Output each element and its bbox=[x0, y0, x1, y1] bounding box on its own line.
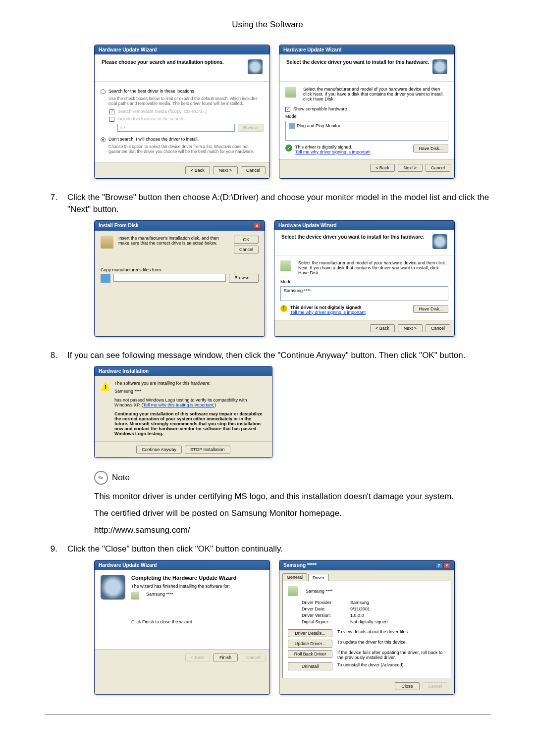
provider-label: Driver Provider: bbox=[302, 600, 346, 605]
completing-heading: Completing the Hardware Update Wizard bbox=[131, 575, 264, 581]
wizard-icon bbox=[248, 59, 263, 74]
step-text: Click the "Browse" button then choose A:… bbox=[67, 192, 490, 215]
note-p2: The certified driver will be posted on S… bbox=[94, 507, 490, 519]
next-button[interactable]: Next > bbox=[398, 164, 423, 172]
wizard-icon bbox=[432, 234, 447, 249]
page-rule bbox=[45, 714, 490, 715]
dialog-heading: Select the device driver you want to ins… bbox=[286, 59, 429, 65]
warning-icon: ! bbox=[101, 381, 110, 391]
check-removable-label: Search removable media (floppy, CD-ROM..… bbox=[117, 109, 207, 114]
line1: The wizard has finished installing the s… bbox=[131, 584, 264, 589]
dialog-heading: Please choose your search and installati… bbox=[102, 59, 224, 65]
note-url: http://www.samsung.com/ bbox=[94, 524, 490, 536]
uninstall-button[interactable]: Uninstall bbox=[288, 662, 332, 670]
dialog-select-driver: Hardware Update Wizard Select the device… bbox=[279, 45, 455, 179]
tab-driver[interactable]: Driver bbox=[308, 574, 329, 581]
version-label: Driver Version: bbox=[302, 613, 346, 618]
update-driver-button[interactable]: Update Driver... bbox=[288, 640, 332, 648]
check-removable[interactable]: ✓ bbox=[109, 109, 114, 114]
radio-dont-search-label: Don't search. I will choose the driver t… bbox=[108, 137, 199, 142]
radio-dont-search-desc: Choose this option to select the device … bbox=[108, 144, 264, 154]
have-disk-button[interactable]: Have Disk... bbox=[413, 305, 448, 313]
signed-label: This driver is digitally signed. bbox=[295, 145, 371, 150]
model-list[interactable]: Samsung **** bbox=[280, 286, 448, 301]
continue-anyway-button[interactable]: Continue Anyway bbox=[136, 446, 182, 454]
device-name: Samsung **** bbox=[306, 589, 333, 594]
dialog-title: Hardware Update Wizard bbox=[99, 562, 157, 568]
device-icon bbox=[288, 586, 298, 596]
cancel-button: Cancel bbox=[423, 682, 447, 690]
step-number: 9. bbox=[45, 543, 57, 555]
provider-value: Samsung bbox=[350, 600, 369, 605]
disk-icon bbox=[285, 87, 296, 98]
have-disk-button[interactable]: Have Disk... bbox=[413, 145, 448, 152]
tab-general[interactable]: General bbox=[282, 573, 307, 581]
cancel-button[interactable]: Cancel bbox=[426, 164, 450, 172]
step-text: If you can see following message window,… bbox=[67, 350, 465, 361]
disk-icon bbox=[280, 260, 291, 271]
cancel-button[interactable]: Cancel bbox=[241, 166, 266, 174]
signer-value: Not digitally signed bbox=[350, 619, 388, 624]
dialog-title: Hardware Installation bbox=[99, 368, 149, 374]
testing-link[interactable]: Tell me why this testing is important. bbox=[143, 403, 214, 407]
note-p1: This monitor driver is under certifying … bbox=[94, 491, 490, 503]
driver-details-desc: To view details about the driver files. bbox=[337, 629, 409, 634]
dialog-title: Hardware Update Wizard bbox=[283, 47, 342, 52]
signed-warn-icon: ! bbox=[280, 305, 287, 312]
driver-details-button[interactable]: Driver Details... bbox=[288, 629, 332, 637]
rollback-driver-button[interactable]: Roll Back Driver bbox=[288, 650, 332, 658]
monitor-icon bbox=[289, 123, 295, 129]
next-button[interactable]: Next > bbox=[398, 324, 423, 332]
back-button[interactable]: < Back bbox=[370, 164, 395, 172]
dialog-heading: Select the device driver you want to ins… bbox=[281, 234, 424, 240]
floppy-icon bbox=[101, 236, 113, 249]
browse-button[interactable]: Browse bbox=[238, 124, 264, 132]
date-value: 9/11/2001 bbox=[350, 606, 370, 611]
tell-me-link[interactable]: Tell me why driver signing is important bbox=[290, 310, 366, 315]
device-name: Samsung **** bbox=[114, 389, 266, 394]
dialog-search-options: Hardware Update Wizard Please choose you… bbox=[94, 45, 270, 179]
rollback-driver-desc: If the device fails after updating the d… bbox=[337, 650, 446, 660]
back-button[interactable]: < Back bbox=[370, 324, 395, 332]
tell-me-link[interactable]: Tell me why driver signing is important bbox=[295, 150, 371, 154]
close-icon[interactable]: × bbox=[254, 223, 261, 229]
model-list[interactable]: Plug and Play Monitor bbox=[285, 121, 448, 141]
finish-button[interactable]: Finish bbox=[213, 654, 238, 661]
next-button[interactable]: Next > bbox=[213, 166, 238, 174]
not-signed-label: This driver is not digitally signed! bbox=[290, 305, 366, 310]
stop-installation-button[interactable]: STOP Installation bbox=[185, 446, 230, 454]
line2: has not passed Windows Logo testing to v… bbox=[114, 398, 266, 407]
wizard-finish-icon bbox=[101, 575, 125, 600]
model-item[interactable]: Plug and Play Monitor bbox=[297, 123, 340, 128]
path-input[interactable] bbox=[117, 124, 235, 132]
cancel-button: Cancel bbox=[241, 654, 266, 661]
dialog-properties: Samsung ***** ? × General Driver Samsung… bbox=[279, 560, 455, 695]
signer-label: Digital Signer: bbox=[302, 619, 346, 624]
instruction-text: Select the manufacturer and model of you… bbox=[298, 260, 448, 275]
dialog-select-driver-2: Hardware Update Wizard Select the device… bbox=[274, 220, 455, 337]
close-button[interactable]: Close bbox=[395, 682, 420, 690]
ok-button[interactable]: OK bbox=[234, 236, 259, 244]
note-icon: ✎ bbox=[92, 469, 110, 487]
path-input[interactable] bbox=[113, 274, 226, 282]
model-item[interactable]: Samsung **** bbox=[284, 288, 311, 293]
uninstall-desc: To uninstall the driver (Advanced). bbox=[337, 662, 405, 667]
close-icon[interactable]: × bbox=[443, 562, 450, 568]
dialog-completing-wizard: Hardware Update Wizard Completing the Ha… bbox=[94, 560, 270, 695]
back-button[interactable]: < Back bbox=[185, 166, 210, 174]
device-icon bbox=[131, 592, 139, 600]
check-compatible[interactable]: ✓ bbox=[285, 107, 290, 112]
wizard-icon bbox=[432, 59, 447, 74]
radio-dont-search[interactable] bbox=[101, 137, 106, 142]
check-compatible-label: Show compatible hardware bbox=[293, 106, 347, 111]
dialog-title: Hardware Update Wizard bbox=[99, 47, 157, 52]
cancel-button[interactable]: Cancel bbox=[426, 324, 450, 332]
help-icon[interactable]: ? bbox=[435, 562, 442, 568]
check-location-label: Include this location in the search: bbox=[117, 116, 185, 121]
browse-button[interactable]: Browse... bbox=[229, 274, 259, 283]
step-text: Click the "Close" button then click "OK"… bbox=[67, 543, 283, 555]
check-location[interactable] bbox=[109, 117, 114, 122]
radio-search[interactable] bbox=[101, 89, 106, 94]
version-value: 1.0.0.0 bbox=[350, 613, 364, 618]
cancel-button[interactable]: Cancel bbox=[234, 246, 259, 253]
